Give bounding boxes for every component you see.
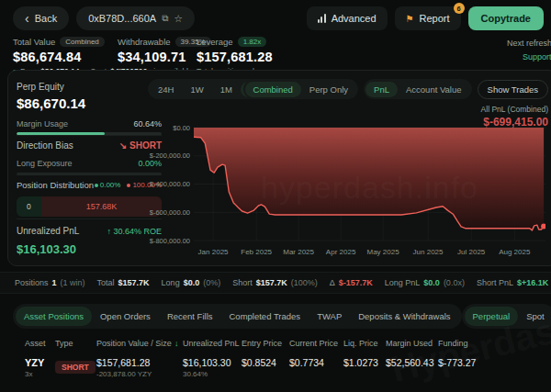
margin-used: $52,560.43 [386, 357, 438, 368]
toggle-combined[interactable]: Combined [245, 82, 301, 97]
perp-equity-label: Perp Equity [17, 82, 162, 92]
summary-item-short-pnl: Short PnL$+16.1K(3.0x) [477, 278, 551, 287]
back-button[interactable]: ‹ Back [13, 6, 69, 30]
y-tick-label: $-200,000.00 [150, 151, 190, 160]
dist-long-pct: 0.00% [100, 181, 121, 189]
positions-summary-strip: Positions1(1 win)Total$157.7KLong$0.0(0%… [0, 272, 551, 294]
timeframe-24h[interactable]: 24H [150, 82, 182, 97]
pnl-chart[interactable] [194, 124, 545, 252]
back-label: Back [35, 13, 57, 24]
leverage-value: $157,681.28 [197, 50, 273, 64]
column-header-asset[interactable]: Asset [25, 339, 55, 348]
position-value: $157,681.28-203,878.00 YZY [96, 357, 183, 378]
summary-label: Long PnL [385, 278, 421, 287]
toggle-account-value[interactable]: Account Value [398, 82, 470, 97]
copytrade-button[interactable]: Copytrade [468, 6, 544, 30]
summary-item-total: Total$157.7K [97, 278, 150, 287]
leverage-badge: 1.82x [238, 37, 267, 47]
summary-label: Positions [15, 278, 49, 287]
report-button[interactable]: ⚑ Report 6 [395, 6, 461, 30]
metric-toggle-group: PnLAccount Value [364, 79, 471, 99]
summary-sub: (0%) [203, 278, 220, 287]
margin-used-value: $52,560.43 [386, 357, 438, 368]
timeframe-1m[interactable]: 1M [212, 82, 241, 97]
unrealized-pnl-sub: 30.64% [183, 370, 242, 378]
advanced-button[interactable]: Advanced [307, 6, 388, 30]
column-header-position-value-size[interactable]: Position Value / Size↓ [96, 339, 183, 348]
positions-table-header: AssetTypePosition Value / Size↓Unrealize… [0, 339, 551, 348]
asset-sub: 3x [25, 370, 55, 378]
summary-sub: (1 win) [61, 278, 85, 287]
current-price: $0.7734 [289, 357, 343, 368]
position-type: SHORT [55, 357, 96, 374]
summary-value: $0.0 [423, 278, 440, 287]
asset-value: YZY [25, 357, 55, 368]
funding: $-773.27 [438, 357, 551, 368]
direction-bias-label: Direction Bias [17, 140, 73, 151]
advanced-label: Advanced [332, 13, 377, 24]
short-badge: SHORT [55, 361, 96, 374]
tab-open-orders[interactable]: Open Orders [92, 307, 159, 326]
tab-twap[interactable]: TWAP [309, 307, 350, 326]
tab-deposits-withdrawals[interactable]: Deposits & Withdrawals [350, 307, 458, 326]
toggle-pnl[interactable]: PnL [365, 82, 398, 97]
position-value-sub: -203,878.00 YZY [96, 370, 183, 378]
unrealized-pnl-label: Unrealized PnL [17, 226, 79, 236]
column-header-unrealized-pnl[interactable]: Unrealized PnL [183, 339, 242, 348]
chart-x-axis: Jan 2025Feb 2025Mar 2025Apr 2025May 2025… [194, 248, 545, 259]
perp-equity-value: $86,670.14 [17, 95, 162, 111]
column-header-funding[interactable]: Funding [438, 339, 551, 348]
total-value-label: Total Value [13, 37, 55, 47]
entry-price: $0.8524 [242, 357, 289, 368]
funding-value: $-773.27 [438, 357, 551, 368]
y-tick-label: $-600,000.00 [150, 208, 190, 217]
timeframe-1w[interactable]: 1W [182, 82, 211, 97]
topbar-left: ‹ Back 0xB78D...660A ⧉ ☆ [13, 6, 195, 30]
summary-sub: (0.0x) [444, 278, 465, 287]
all-pnl-label: All PnL (Combined) [481, 105, 548, 114]
summary-label: Short PnL [477, 278, 513, 287]
star-icon[interactable]: ☆ [174, 13, 183, 25]
table-row[interactable]: YZY3xSHORT$157,681.28-203,878.00 YZY$16,… [0, 357, 551, 378]
summary-label: Long [162, 278, 180, 287]
column-header-margin-used[interactable]: Margin Used [386, 339, 438, 348]
distribution-long-segment: 0 [17, 196, 41, 217]
position-value-value: $157,681.28 [96, 357, 183, 368]
copy-icon[interactable]: ⧉ [162, 13, 168, 24]
wallet-address: 0xB78D...660A [88, 13, 156, 24]
tab-perpetual[interactable]: Perpetual [465, 307, 519, 326]
asset: YZY3x [25, 357, 55, 378]
support-link[interactable]: Support u [523, 52, 551, 62]
summary-label: Δ [330, 278, 335, 287]
column-header-liq-price[interactable]: Liq. Price [343, 339, 386, 348]
summary-value: $157.7K [256, 278, 287, 287]
show-trades-button[interactable]: Show Trades [478, 80, 548, 99]
report-count-badge: 6 [454, 3, 465, 14]
tab-asset-positions[interactable]: Asset Positions [16, 307, 92, 326]
tab-spot[interactable]: Spot [518, 307, 551, 326]
column-header-type[interactable]: Type [55, 339, 96, 348]
current-price-value: $0.7734 [289, 357, 343, 368]
refresh-note: Next refresh in 21 [507, 39, 551, 48]
withdrawable-label: Withdrawable [118, 37, 171, 47]
unrealized-pnl: $16,103.3030.64% [183, 357, 242, 378]
summary-value: $0.0 [184, 278, 200, 287]
summary-item-short: Short$157.7K(100%) [232, 278, 318, 287]
combine-toggle-group: CombinedPerp Only [243, 79, 359, 99]
tab-recent-fills[interactable]: Recent Fills [159, 307, 221, 326]
y-tick-label: $-400,000.00 [150, 180, 190, 188]
column-header-current-price[interactable]: Current Price [289, 339, 343, 348]
overview-panel: Perp Equity $86,670.14 Margin Usage 60.6… [7, 70, 551, 266]
toggle-perp-only[interactable]: Perp Only [301, 82, 356, 97]
column-header-entry-price[interactable]: Entry Price [242, 339, 289, 348]
leverage-label: Leverage [197, 37, 233, 47]
wallet-address-pill[interactable]: 0xB78D...660A ⧉ ☆ [76, 6, 195, 30]
flag-icon: ⚑ [406, 14, 414, 24]
summary-item-positions: Positions1(1 win) [15, 278, 85, 287]
position-distribution-label: Position Distribution [17, 180, 94, 190]
sort-desc-icon: ↓ [174, 339, 179, 348]
liq-price-value: $1.0273 [343, 357, 386, 368]
tab-completed-trades[interactable]: Completed Trades [221, 307, 309, 326]
tabs-row: Asset PositionsOpen OrdersRecent FillsCo… [13, 304, 544, 329]
summary-label: Total [97, 278, 115, 287]
